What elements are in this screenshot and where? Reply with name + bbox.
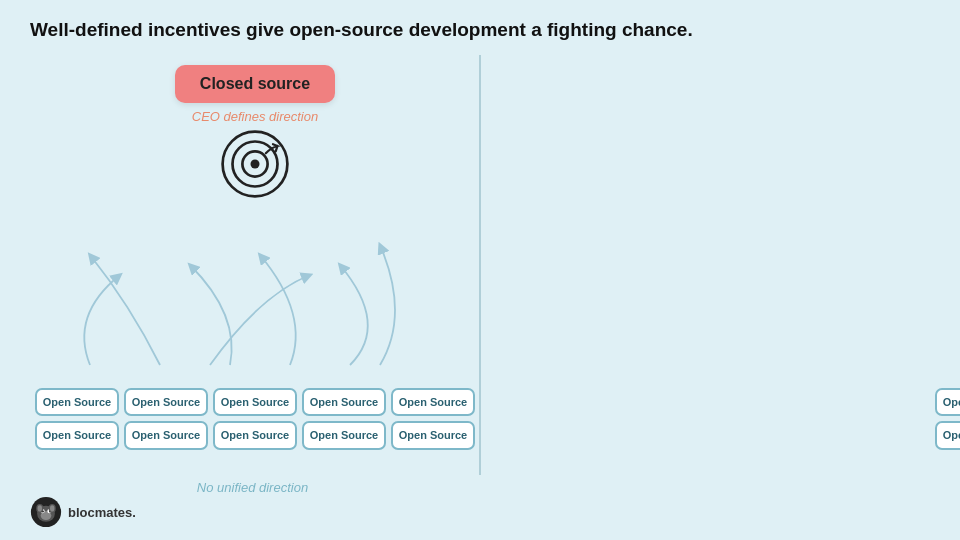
logo-text: blocmates. xyxy=(68,505,136,520)
right-os-grid: Open SourceOpen SourceOpen SourceOpen So… xyxy=(935,388,960,450)
main-container: Well-defined incentives give open-source… xyxy=(0,0,960,540)
left-diagram-panel: Closed source CEO defines direction xyxy=(30,55,480,505)
right-arrows-svg xyxy=(930,155,960,385)
os-box: Open Source xyxy=(302,421,386,449)
os-box: Open Source xyxy=(391,421,475,449)
left-caption: No unified direction xyxy=(197,480,308,495)
svg-point-23 xyxy=(38,505,42,511)
os-box: Open Source xyxy=(35,421,119,449)
left-ceo-label: CEO defines direction xyxy=(192,109,318,124)
blocmates-logo-icon xyxy=(30,496,62,528)
left-arrows-svg xyxy=(30,155,480,385)
os-box: Open Source xyxy=(302,388,386,416)
os-box: Open Source xyxy=(935,421,960,449)
diagrams-row: Closed source CEO defines direction xyxy=(30,55,930,505)
os-box: Open Source xyxy=(213,421,297,449)
os-box: Open Source xyxy=(124,421,208,449)
os-box: Open Source xyxy=(35,388,119,416)
left-closed-source-box: Closed source xyxy=(175,65,335,103)
os-box: Open Source xyxy=(124,388,208,416)
svg-point-24 xyxy=(50,505,54,511)
os-box: Open Source xyxy=(391,388,475,416)
right-diagram-panel: Closed source CEO defines direction xyxy=(930,55,960,505)
logo-area: blocmates. xyxy=(30,496,136,528)
os-box: Open Source xyxy=(935,388,960,416)
os-box: Open Source xyxy=(213,388,297,416)
left-os-grid: Open SourceOpen SourceOpen SourceOpen So… xyxy=(35,388,475,450)
page-title: Well-defined incentives give open-source… xyxy=(30,18,930,43)
